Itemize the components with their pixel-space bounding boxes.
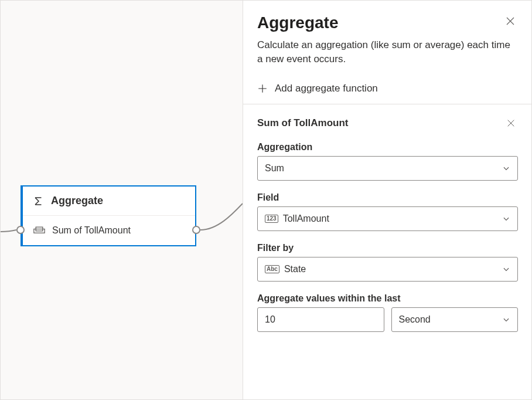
aggregation-value: Sum <box>265 163 284 174</box>
filter-by-label: Filter by <box>257 243 518 253</box>
output-port[interactable] <box>192 226 200 234</box>
aggregation-label: Aggregation <box>257 142 518 152</box>
window-unit-value: Second <box>399 314 431 325</box>
field-icon <box>33 226 45 235</box>
aggregate-node-item-label: Sum of TollAmount <box>52 225 131 236</box>
aggregate-node-item[interactable]: Sum of TollAmount <box>23 216 195 245</box>
window-value: 10 <box>265 314 275 325</box>
chevron-down-icon <box>502 316 510 324</box>
aggregate-node[interactable]: Aggregate Sum of TollAmount <box>21 185 196 246</box>
panel-description: Calculate an aggregation (like sum or av… <box>243 38 532 77</box>
plus-icon <box>257 83 268 94</box>
panel-title: Aggregate <box>257 13 338 32</box>
window-value-input[interactable]: 10 <box>257 307 384 332</box>
panel-close-button[interactable] <box>503 13 518 29</box>
text-type-icon: Abc <box>265 265 279 273</box>
field-label: Field <box>257 192 518 203</box>
filter-by-value: State <box>284 264 306 274</box>
section-close-button[interactable] <box>504 116 518 130</box>
window-label: Aggregate values within the last <box>257 293 518 304</box>
close-icon <box>505 16 516 26</box>
section-title: Sum of TollAmount <box>257 117 349 129</box>
aggregate-node-header[interactable]: Aggregate <box>23 187 195 216</box>
window-unit-select[interactable]: Second <box>391 307 519 332</box>
aggregate-node-title: Aggregate <box>51 195 103 207</box>
sigma-icon <box>33 196 44 206</box>
aggregation-select[interactable]: Sum <box>257 156 518 181</box>
field-value: TollAmount <box>283 213 329 224</box>
add-aggregate-function-button[interactable]: Add aggregate function <box>243 77 532 104</box>
numeric-type-icon: 123 <box>265 215 278 223</box>
chevron-down-icon <box>502 265 510 273</box>
chevron-down-icon <box>502 215 510 223</box>
input-port[interactable] <box>16 226 25 234</box>
config-panel: Aggregate Calculate an aggregation (like… <box>243 1 532 400</box>
close-icon <box>506 118 516 128</box>
field-select[interactable]: 123 TollAmount <box>257 206 518 231</box>
add-function-label: Add aggregate function <box>275 83 378 94</box>
chevron-down-icon <box>502 164 510 172</box>
canvas-area[interactable]: Aggregate Sum of TollAmount <box>1 1 243 400</box>
filter-by-select[interactable]: Abc State <box>257 257 518 282</box>
